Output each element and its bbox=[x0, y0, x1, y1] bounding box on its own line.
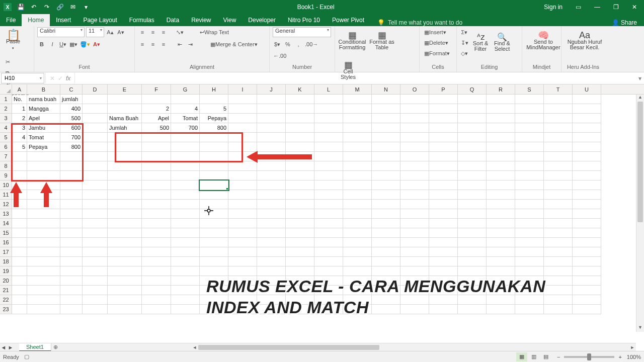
cell[interactable] bbox=[544, 95, 573, 104]
cell[interactable] bbox=[544, 142, 573, 152]
cell[interactable] bbox=[108, 219, 142, 228]
cell[interactable] bbox=[286, 247, 314, 257]
cell[interactable] bbox=[515, 200, 544, 209]
cell[interactable] bbox=[286, 266, 314, 276]
cell[interactable] bbox=[400, 114, 429, 123]
row-header[interactable]: 6 bbox=[0, 142, 12, 152]
cell[interactable] bbox=[83, 276, 108, 286]
cell[interactable] bbox=[372, 152, 400, 161]
cell[interactable] bbox=[171, 257, 200, 266]
cell[interactable]: 5 bbox=[200, 104, 228, 114]
cell[interactable] bbox=[544, 104, 573, 114]
cell[interactable] bbox=[458, 95, 487, 104]
add-sheet-icon[interactable]: ⊕ bbox=[51, 344, 60, 350]
cell[interactable] bbox=[400, 95, 429, 104]
page-layout-view-icon[interactable]: ▥ bbox=[528, 352, 539, 361]
cell[interactable] bbox=[83, 209, 108, 219]
cell[interactable] bbox=[83, 133, 108, 142]
cell[interactable] bbox=[487, 238, 515, 247]
zoom-out-icon[interactable]: − bbox=[557, 354, 560, 360]
cell[interactable] bbox=[83, 238, 108, 247]
cell[interactable]: 5 bbox=[12, 142, 27, 152]
cell[interactable] bbox=[429, 228, 458, 238]
cell[interactable] bbox=[573, 152, 601, 161]
cancel-fx-icon[interactable]: ✕ bbox=[50, 75, 55, 82]
cell[interactable] bbox=[12, 228, 27, 238]
sheet-next-icon[interactable]: ► bbox=[7, 344, 14, 350]
cell[interactable] bbox=[60, 200, 83, 209]
qat-more-icon[interactable]: ▾ bbox=[80, 2, 92, 13]
cell[interactable] bbox=[257, 200, 286, 209]
cell[interactable] bbox=[200, 152, 228, 161]
ngubah-huruf-button[interactable]: AaNgubah Huruf Besar Kecil. bbox=[565, 27, 605, 55]
cell[interactable] bbox=[400, 247, 429, 257]
column-header[interactable]: U bbox=[573, 84, 601, 94]
cell[interactable] bbox=[487, 190, 515, 200]
cell[interactable] bbox=[142, 152, 171, 161]
cell[interactable] bbox=[429, 200, 458, 209]
cell[interactable] bbox=[343, 209, 372, 219]
close-button[interactable]: ✕ bbox=[626, 0, 643, 14]
cell[interactable] bbox=[372, 266, 400, 276]
cell[interactable] bbox=[108, 305, 142, 314]
cell[interactable] bbox=[142, 257, 171, 266]
cell[interactable] bbox=[171, 238, 200, 247]
column-header[interactable]: C bbox=[60, 84, 83, 94]
cell[interactable] bbox=[458, 152, 487, 161]
cell[interactable] bbox=[200, 247, 228, 257]
cell[interactable] bbox=[171, 219, 200, 228]
cell[interactable] bbox=[12, 247, 27, 257]
cell[interactable] bbox=[171, 228, 200, 238]
cell[interactable] bbox=[83, 190, 108, 200]
cell[interactable] bbox=[27, 219, 60, 228]
cell[interactable] bbox=[487, 114, 515, 123]
cell[interactable] bbox=[458, 171, 487, 180]
cell[interactable] bbox=[171, 295, 200, 305]
cell[interactable] bbox=[12, 161, 27, 171]
scroll-left-icon[interactable]: ◄ bbox=[191, 345, 198, 350]
cell[interactable] bbox=[573, 219, 601, 228]
cell[interactable] bbox=[400, 104, 429, 114]
cell[interactable] bbox=[108, 247, 142, 257]
cell[interactable] bbox=[60, 266, 83, 276]
cell[interactable] bbox=[458, 247, 487, 257]
cell[interactable] bbox=[343, 171, 372, 180]
row-header[interactable]: 4 bbox=[0, 123, 12, 133]
cell[interactable]: nama buah bbox=[27, 95, 60, 104]
cell[interactable] bbox=[12, 276, 27, 286]
cell[interactable] bbox=[286, 133, 314, 142]
sign-in-link[interactable]: Sign in bbox=[538, 0, 569, 14]
cell[interactable] bbox=[12, 295, 27, 305]
cell[interactable] bbox=[142, 266, 171, 276]
cell[interactable] bbox=[314, 104, 343, 114]
cell[interactable] bbox=[27, 228, 60, 238]
ribbon-options-icon[interactable]: ▭ bbox=[570, 0, 587, 14]
column-header[interactable]: M bbox=[343, 84, 372, 94]
cell[interactable] bbox=[573, 276, 601, 286]
cell[interactable] bbox=[257, 238, 286, 247]
row-header[interactable]: 23 bbox=[0, 305, 12, 314]
cell[interactable] bbox=[60, 295, 83, 305]
align-center-icon[interactable]: ≡ bbox=[148, 39, 157, 49]
cell[interactable] bbox=[286, 257, 314, 266]
cell[interactable] bbox=[343, 152, 372, 161]
cell[interactable] bbox=[515, 257, 544, 266]
cell[interactable] bbox=[142, 171, 171, 180]
cell[interactable] bbox=[108, 257, 142, 266]
cell[interactable] bbox=[257, 247, 286, 257]
cell[interactable] bbox=[573, 295, 601, 305]
cell[interactable] bbox=[314, 133, 343, 142]
cell[interactable] bbox=[372, 114, 400, 123]
cell[interactable] bbox=[429, 219, 458, 228]
cell[interactable] bbox=[573, 305, 601, 314]
cell[interactable] bbox=[343, 104, 372, 114]
zoom-slider[interactable] bbox=[564, 356, 614, 358]
cell[interactable] bbox=[171, 247, 200, 257]
cell[interactable] bbox=[228, 95, 257, 104]
cell[interactable] bbox=[343, 247, 372, 257]
cell[interactable] bbox=[314, 171, 343, 180]
cell[interactable] bbox=[429, 266, 458, 276]
cell[interactable]: Tomat bbox=[27, 133, 60, 142]
cell[interactable] bbox=[544, 305, 573, 314]
column-header[interactable]: E bbox=[108, 84, 142, 94]
